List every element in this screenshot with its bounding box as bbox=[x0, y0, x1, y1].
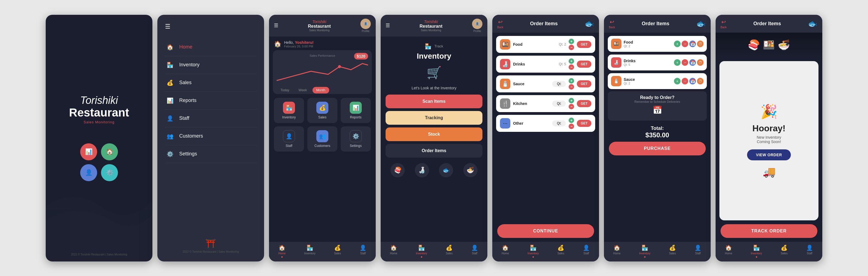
food2-clock-btn[interactable]: ⏱ bbox=[697, 40, 704, 47]
order1-nav-inventory[interactable]: 🏪 Inventory bbox=[528, 245, 539, 258]
purchase-button[interactable]: PURCHASE bbox=[609, 142, 706, 156]
sauce-minus-btn[interactable]: − bbox=[569, 84, 574, 90]
other-qty-input[interactable] bbox=[552, 120, 566, 126]
nav-item-home[interactable]: 🏠 Home bbox=[165, 38, 256, 56]
nav-item-sales[interactable]: 💰 Sales bbox=[165, 74, 256, 92]
sauce2-clock-btn[interactable]: ⏱ bbox=[697, 78, 704, 84]
drinks-minus-btn[interactable]: − bbox=[569, 64, 574, 70]
bottle-icon: 🍶 bbox=[415, 163, 429, 177]
sauce-name: Sauce bbox=[513, 82, 550, 86]
splash-icon-user[interactable]: 👤 bbox=[80, 164, 97, 181]
drinks2-calendar-btn[interactable]: 📅 bbox=[689, 59, 696, 66]
drinks-get-btn[interactable]: GET bbox=[577, 61, 591, 68]
drinks2-plus-btn[interactable]: + bbox=[674, 59, 681, 66]
sauce2-calendar-btn[interactable]: 📅 bbox=[689, 78, 696, 84]
stock-btn[interactable]: Stock bbox=[385, 128, 483, 141]
kitchen-icon: 🍴 bbox=[500, 99, 510, 109]
order1-nav-sales-icon: 💰 bbox=[557, 245, 564, 251]
track-nav-sales[interactable]: 💰 Sales bbox=[446, 245, 453, 258]
scan-items-btn[interactable]: Scan Items bbox=[385, 94, 483, 108]
track-brand-sub: Sales Monitoring bbox=[420, 29, 442, 32]
sauce-qty-input[interactable] bbox=[552, 81, 566, 87]
nav-item-inventory[interactable]: 🏪 Inventory bbox=[165, 56, 256, 74]
dash-card-reports[interactable]: 📊 Reports bbox=[341, 98, 371, 123]
food2-plus-btn[interactable]: + bbox=[674, 40, 681, 47]
continue-button[interactable]: CONTINUE bbox=[497, 224, 594, 238]
splash-icon-settings[interactable]: ⚙️ bbox=[101, 164, 118, 181]
nav-inventory[interactable]: 🏪 Inventory bbox=[304, 245, 315, 258]
tab-month[interactable]: Month bbox=[312, 87, 329, 93]
tab-today[interactable]: Today bbox=[277, 87, 293, 93]
order1-nav-home[interactable]: 🏠 Home bbox=[502, 245, 509, 258]
dash-card-settings[interactable]: ⚙️ Settings bbox=[341, 126, 371, 151]
tracking-btn[interactable]: Tracking bbox=[385, 111, 483, 125]
other-minus-btn[interactable]: − bbox=[569, 123, 574, 129]
hamburger-icon[interactable]: ☰ bbox=[165, 23, 256, 30]
track-nav-staff[interactable]: 👤 Staff bbox=[471, 245, 478, 258]
view-order-button[interactable]: VIEW ORDER bbox=[747, 149, 790, 160]
dash-staff-label: Staff bbox=[286, 144, 292, 148]
splash-icon-home[interactable]: 🏠 bbox=[101, 143, 118, 160]
sauce-get-btn[interactable]: GET bbox=[577, 80, 591, 87]
order2-nav-sales[interactable]: 💰 Sales bbox=[669, 245, 676, 258]
chart-tabs: Today Week Month bbox=[277, 87, 368, 93]
other-get-btn[interactable]: GET bbox=[577, 120, 591, 127]
dash-card-staff[interactable]: 👤 Staff bbox=[274, 126, 304, 151]
kitchen-qty-input[interactable] bbox=[552, 101, 566, 107]
drinks2-minus-btn[interactable]: − bbox=[682, 59, 688, 66]
hooray-nav-sales-label: Sales bbox=[781, 252, 787, 255]
back-button-3[interactable]: ↩ Back bbox=[720, 19, 726, 29]
order2-nav-staff[interactable]: 👤 Staff bbox=[694, 245, 701, 258]
dashboard-brand: TorishikiRestaurant Sales Monitoring bbox=[308, 20, 331, 32]
back-button-2[interactable]: ↩ Back bbox=[609, 19, 615, 29]
track-nav-home[interactable]: 🏠 Home bbox=[390, 245, 397, 258]
order-items-btn[interactable]: Order Items bbox=[385, 144, 483, 158]
order1-nav-sales[interactable]: 💰 Sales bbox=[557, 245, 564, 258]
other-plus-btn[interactable]: + bbox=[569, 117, 574, 123]
hooray-nav-staff[interactable]: 👤 Staff bbox=[806, 245, 813, 258]
hooray-nav-inventory[interactable]: 🏪 Inventory bbox=[751, 245, 762, 258]
track-profile-avatar[interactable]: 👤 bbox=[472, 19, 483, 29]
order1-nav-staff[interactable]: 👤 Staff bbox=[583, 245, 590, 258]
nav-item-settings[interactable]: ⚙️ Settings bbox=[165, 145, 256, 163]
sauce-plus-btn[interactable]: + bbox=[569, 78, 574, 84]
order1-nav-sales-label: Sales bbox=[557, 252, 564, 255]
back-button[interactable]: ↩ Back bbox=[497, 19, 503, 29]
nav-sales[interactable]: 💰 Sales bbox=[334, 245, 341, 258]
nav-label-reports: Reports bbox=[179, 98, 196, 103]
food2-minus-btn[interactable]: − bbox=[682, 40, 688, 47]
order2-nav-inventory[interactable]: 🏪 Inventory bbox=[639, 245, 650, 258]
kitchen-minus-btn[interactable]: − bbox=[569, 104, 574, 109]
drinks2-clock-btn[interactable]: ⏱ bbox=[697, 59, 704, 66]
kitchen-get-btn[interactable]: GET bbox=[577, 100, 591, 107]
sauce2-minus-btn[interactable]: − bbox=[682, 78, 688, 84]
sauce2-plus-btn[interactable]: + bbox=[674, 78, 681, 84]
hooray-nav-home[interactable]: 🏠 Home bbox=[725, 245, 732, 258]
food2-calendar-btn[interactable]: 📅 bbox=[689, 40, 696, 47]
dashboard-hamburger[interactable]: ☰ bbox=[274, 23, 278, 28]
nav-item-customers[interactable]: 👥 Customers bbox=[165, 128, 256, 145]
track-nav-inventory[interactable]: 🏪 Inventory bbox=[416, 245, 427, 258]
hooray-nav-sales[interactable]: 💰 Sales bbox=[781, 245, 787, 258]
splash-icon-sales[interactable]: 📊 bbox=[80, 143, 97, 160]
nav-home[interactable]: 🏠 Home bbox=[278, 245, 286, 258]
drinks-name: Drinks bbox=[513, 62, 556, 66]
dash-card-customers[interactable]: 👥 Customers bbox=[307, 126, 337, 151]
dash-card-inventory[interactable]: 🏪 Inventory bbox=[274, 98, 304, 123]
food-minus-btn[interactable]: − bbox=[569, 45, 574, 50]
food-get-btn[interactable]: GET bbox=[577, 41, 591, 48]
nav-item-reports[interactable]: 📊 Reports bbox=[165, 92, 256, 110]
track-order-button[interactable]: TRACK ORDER bbox=[720, 224, 817, 238]
food-plus-btn[interactable]: + bbox=[569, 39, 574, 44]
nav-staff[interactable]: 👤 Staff bbox=[360, 245, 366, 258]
nav-item-staff[interactable]: 👤 Staff bbox=[165, 110, 256, 128]
profile-avatar[interactable]: 👤 bbox=[361, 19, 371, 29]
drinks-plus-btn[interactable]: + bbox=[569, 58, 574, 64]
dash-card-sales[interactable]: 💰 Sales bbox=[307, 98, 337, 123]
kitchen-plus-btn[interactable]: + bbox=[569, 98, 574, 103]
dash-staff-icon: 👤 bbox=[283, 130, 295, 142]
order2-nav-home[interactable]: 🏠 Home bbox=[613, 245, 621, 258]
tab-week[interactable]: Week bbox=[295, 87, 311, 93]
track-hamburger[interactable]: ☰ bbox=[385, 23, 390, 28]
splash-screen: TorishikiRestaurant Sales Monitoring 📊 🏠… bbox=[46, 15, 152, 261]
